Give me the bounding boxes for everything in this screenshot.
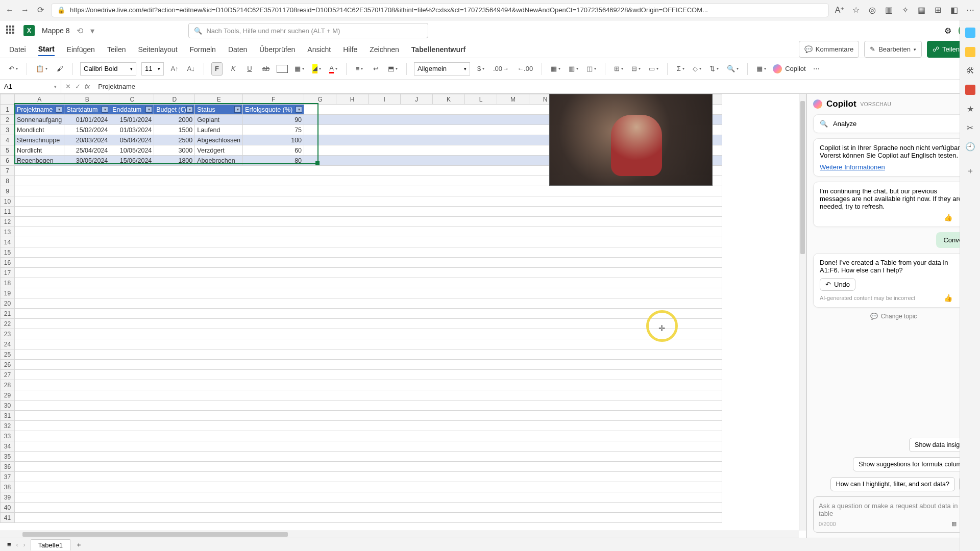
bold-button[interactable]: F [211,62,223,76]
tab-datei[interactable]: Datei [9,43,26,56]
grow-font-button[interactable]: A↑ [169,62,180,76]
tab-ueberpruefen[interactable]: Überprüfen [259,43,295,56]
row-header[interactable]: 24 [1,339,15,349]
scrollbar-thumb[interactable] [800,101,805,254]
vertical-scrollbar[interactable] [799,94,806,531]
row-header[interactable]: 21 [1,309,15,319]
add-icon[interactable]: ＋ [966,166,974,177]
header-cell[interactable]: Enddatum▾ [110,105,154,115]
name-box[interactable]: A1▾ [0,80,61,93]
suggestion-2[interactable]: Show suggestions for formula columns [853,457,974,471]
autosum-button[interactable]: Σ [675,62,686,76]
currency-button[interactable]: $ [475,62,486,76]
font-color-button[interactable]: A [328,62,339,76]
comments-button[interactable]: 💬Kommentare [799,41,859,58]
tab-start[interactable]: Start [38,43,55,56]
row-header[interactable]: 37 [1,472,15,482]
col-header[interactable]: E [195,94,243,105]
suggestion-3[interactable]: How can I highlight, filter, and sort da… [830,477,955,491]
grid-ref-icon[interactable]: ▦ [951,520,957,527]
text-size-icon[interactable]: A⁺ [835,6,844,15]
filter-icon[interactable]: ▾ [56,106,62,113]
select-all-corner[interactable] [1,94,15,105]
number-format-select[interactable]: Allgemein▾ [414,62,470,76]
split-icon[interactable]: ▥ [884,6,893,15]
app-icon[interactable] [965,85,975,95]
tab-einfuegen[interactable]: Einfügen [67,43,95,56]
side-icon[interactable]: ◧ [949,6,959,15]
thumbs-up-icon[interactable]: 👍 [944,294,952,302]
filter-icon[interactable]: ▾ [296,106,302,113]
row-header[interactable]: 26 [1,360,15,370]
row-header[interactable]: 38 [1,482,15,492]
skype-icon[interactable] [965,28,975,38]
tab-teilen[interactable]: Teilen [107,43,126,56]
tools-icon[interactable]: 🛠 [966,66,974,76]
row-header[interactable]: 14 [1,237,15,247]
underline-button[interactable]: U [244,62,255,76]
extension-icon[interactable]: ⊞ [933,6,942,15]
cell-style-button[interactable]: ◫ [585,62,598,76]
sort-filter-button[interactable]: ⇅ [708,62,720,76]
col-header[interactable]: M [497,94,529,105]
chevron-down-icon[interactable]: ▾ [90,26,94,36]
filter-icon[interactable]: ▾ [102,106,108,113]
row-header[interactable]: 31 [1,411,15,421]
gear-icon[interactable]: ⚙ [944,26,951,36]
tab-ansicht[interactable]: Ansicht [307,43,331,56]
merge-button[interactable]: ⬒ [386,62,399,76]
row-header[interactable]: 41 [1,513,15,523]
menu-icon[interactable]: ≡ [7,541,11,548]
row-header[interactable]: 5 [1,145,15,156]
next-sheet-icon[interactable]: › [23,541,26,548]
change-topic-button[interactable]: 💬Change topic [813,313,974,320]
row-header[interactable]: 33 [1,431,15,441]
history-icon[interactable]: 🕘 [965,142,975,152]
col-header[interactable]: C [110,94,154,105]
thumbs-up-icon[interactable]: 👍 [944,213,952,221]
row-header[interactable]: 40 [1,503,15,513]
row-header[interactable]: 30 [1,400,15,411]
row-header[interactable]: 3 [1,125,15,135]
col-header[interactable]: F [243,94,304,105]
header-cell[interactable]: Erfolgsquote (%)▾ [243,105,304,115]
row-header[interactable]: 17 [1,268,15,278]
undo-button[interactable]: ↶Undo [820,278,855,291]
sheet-tab[interactable]: Tabelle1 [31,539,70,550]
search-box[interactable]: 🔍 Nach Tools, Hilfe und mehr suchen (ALT… [188,23,428,38]
header-cell[interactable]: Budget (€)▾ [154,105,195,115]
clear-button[interactable]: ◇ [691,62,703,76]
undo-button[interactable]: ↶ [7,62,19,76]
col-header[interactable]: B [64,94,110,105]
refresh-icon[interactable]: ⟳ [36,6,45,15]
row-header[interactable]: 9 [1,186,15,196]
header-cell[interactable]: Status▾ [195,105,243,115]
collections-icon[interactable]: ▦ [917,6,926,15]
forward-icon[interactable]: → [20,6,30,15]
row-header[interactable]: 8 [1,176,15,186]
tab-hilfe[interactable]: Hilfe [343,43,357,56]
row-header[interactable]: 23 [1,329,15,339]
col-header[interactable]: H [336,94,369,105]
copilot-ribbon-button[interactable]: Copilot [773,64,805,73]
align-button[interactable]: ≡ [354,62,365,76]
col-header[interactable]: L [465,94,497,105]
cancel-formula-icon[interactable]: ✕ [65,83,71,90]
favorites-icon[interactable]: ✧ [900,6,910,15]
enter-formula-icon[interactable]: ✓ [75,83,81,90]
prev-sheet-icon[interactable]: ‹ [16,541,18,548]
tab-seitenlayout[interactable]: Seitenlayout [138,43,177,56]
row-header[interactable]: 7 [1,166,15,176]
row-header[interactable]: 25 [1,349,15,360]
row-header[interactable]: 4 [1,135,15,145]
strike-button[interactable]: ab [260,62,272,76]
col-header[interactable]: J [401,94,433,105]
cond-format-button[interactable]: ▦ [549,62,562,76]
wrap-text-button[interactable]: ↩ [370,62,381,76]
shrink-font-button[interactable]: A↓ [185,62,197,76]
row-header[interactable]: 2 [1,115,15,125]
insert-cells-button[interactable]: ⊞ [612,62,625,76]
row-header[interactable]: 15 [1,247,15,258]
col-header[interactable]: K [433,94,465,105]
col-header[interactable]: G [304,94,336,105]
